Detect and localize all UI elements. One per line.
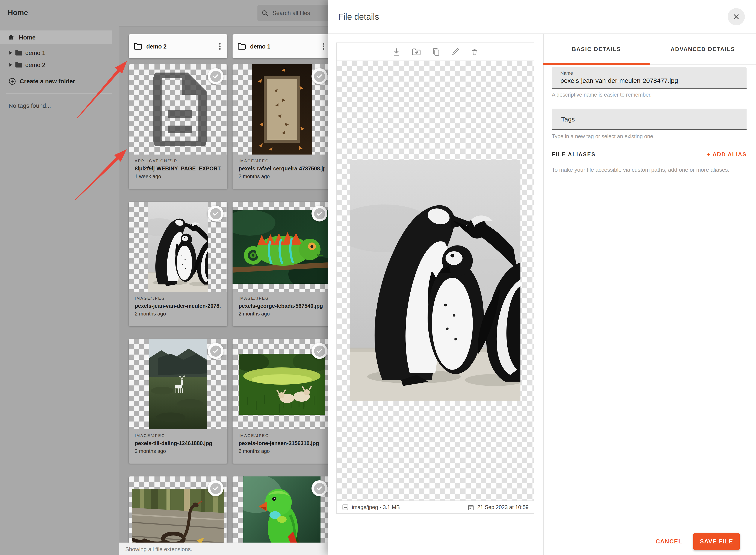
file-time: 2 months ago bbox=[238, 173, 325, 179]
tags-helper-text: Type in a new tag or select an existing … bbox=[552, 133, 655, 139]
drawer-title: File details bbox=[338, 0, 379, 34]
tags-field[interactable] bbox=[552, 109, 747, 130]
deer-photo bbox=[149, 339, 207, 429]
page-title: Home bbox=[8, 0, 28, 26]
name-field[interactable]: Name bbox=[552, 68, 747, 89]
file-details-drawer: File details bbox=[328, 0, 756, 555]
file-time: 2 months ago bbox=[238, 311, 325, 317]
moths-photo bbox=[252, 65, 312, 155]
close-icon bbox=[733, 13, 740, 20]
file-time: 1 week ago bbox=[135, 173, 221, 179]
select-check-badge[interactable] bbox=[208, 206, 224, 221]
sidebar-divider bbox=[6, 93, 112, 94]
file-card-deer[interactable]: IMAGE/JPEG pexels-till-daling-12461880.j… bbox=[129, 339, 227, 464]
check-icon bbox=[316, 485, 323, 492]
sidebar-item-demo1[interactable]: demo 1 bbox=[0, 47, 112, 58]
file-card-penguins[interactable]: IMAGE/JPEG pexels-jean-van-der-meulen-20… bbox=[129, 202, 227, 326]
file-name: pexels-till-daling-12461880.jpg bbox=[135, 440, 221, 446]
check-icon bbox=[316, 73, 323, 79]
check-icon bbox=[212, 485, 219, 492]
folder-menu-button[interactable] bbox=[321, 41, 326, 51]
add-alias-button[interactable]: + ADD ALIAS bbox=[707, 151, 747, 158]
no-tags-text: No tags found... bbox=[9, 102, 51, 109]
file-time: 2 months ago bbox=[238, 448, 325, 454]
edit-icon[interactable] bbox=[451, 48, 459, 56]
drawer-column-divider bbox=[543, 34, 544, 555]
file-name: pexels-lone-jensen-2156310.jpg bbox=[238, 440, 325, 446]
status-text: Showing all file extensions. bbox=[125, 546, 192, 552]
name-helper-text: A descriptive name is easier to remember… bbox=[552, 92, 652, 98]
cancel-button[interactable]: CANCEL bbox=[654, 535, 684, 548]
save-file-button[interactable]: SAVE FILE bbox=[693, 533, 740, 550]
image-icon bbox=[342, 504, 349, 511]
aliases-helper-text: To make your file accessible via custom … bbox=[552, 167, 729, 173]
drawer-actions: CANCEL SAVE FILE bbox=[654, 533, 740, 550]
close-button[interactable] bbox=[728, 8, 745, 25]
select-check-badge[interactable] bbox=[311, 68, 327, 84]
file-type: IMAGE/JPEG bbox=[238, 433, 325, 438]
check-icon bbox=[212, 348, 219, 354]
plus-circle-icon bbox=[9, 78, 16, 85]
tab-basic-details[interactable]: BASIC DETAILS bbox=[543, 34, 650, 65]
chevron-right-icon[interactable] bbox=[9, 63, 12, 67]
folder-card-demo1[interactable]: demo 1 bbox=[232, 34, 331, 58]
file-name: 8lpl2f9lj-WEBINY_PAGE_EXPORT.zip bbox=[135, 166, 221, 172]
search-icon bbox=[262, 10, 268, 16]
file-name: pexels-jean-van-der-meulen-2078... bbox=[135, 303, 221, 309]
file-type: IMAGE/JPEG bbox=[135, 296, 221, 300]
preview-meta-bar: image/jpeg - 3.1 MB 21 Sep 2023 at 10:59 bbox=[337, 501, 534, 513]
penguins-photo bbox=[148, 202, 208, 292]
folder-outline-icon bbox=[134, 43, 142, 50]
check-icon bbox=[212, 210, 219, 217]
select-check-badge[interactable] bbox=[208, 343, 224, 359]
name-field-label: Name bbox=[560, 68, 738, 76]
search-input[interactable] bbox=[272, 9, 325, 16]
create-folder-button[interactable]: Create a new folder bbox=[0, 76, 112, 87]
select-check-badge[interactable] bbox=[208, 68, 224, 84]
file-preview-box: image/jpeg - 3.1 MB 21 Sep 2023 at 10:59 bbox=[337, 42, 534, 514]
file-date-text: 21 Sep 2023 at 10:59 bbox=[477, 504, 529, 510]
home-icon bbox=[8, 34, 14, 40]
download-icon[interactable] bbox=[392, 47, 401, 56]
zip-file-icon bbox=[129, 65, 227, 155]
folder-outline-icon bbox=[238, 43, 246, 50]
folder-icon bbox=[15, 50, 22, 56]
folder-menu-button[interactable] bbox=[217, 41, 222, 51]
sidebar-item-demo2[interactable]: demo 2 bbox=[0, 59, 112, 71]
tab-advanced-details[interactable]: ADVANCED DETAILS bbox=[650, 34, 756, 65]
file-card-rafael[interactable]: IMAGE/JPEG pexels-rafael-cerqueira-47375… bbox=[232, 65, 331, 189]
file-card-chameleon[interactable]: IMAGE/JPEG pexels-george-lebada-567540.j… bbox=[232, 202, 331, 326]
delete-icon[interactable] bbox=[471, 47, 478, 56]
check-icon bbox=[316, 348, 323, 354]
file-card-zip[interactable]: APPLICATION/ZIP 8lpl2f9lj-WEBINY_PAGE_EX… bbox=[129, 65, 227, 189]
file-time: 2 months ago bbox=[135, 448, 221, 454]
copy-icon[interactable] bbox=[432, 47, 440, 56]
select-check-badge[interactable] bbox=[311, 343, 327, 359]
check-icon bbox=[212, 73, 219, 79]
file-type: IMAGE/JPEG bbox=[238, 159, 325, 163]
sidebar: Home demo 1 demo 2 Create a new folder N… bbox=[0, 26, 119, 555]
file-size-text: image/jpeg - 3.1 MB bbox=[352, 504, 400, 510]
name-input[interactable] bbox=[560, 76, 738, 84]
penguins-preview-image bbox=[350, 160, 521, 401]
chevron-right-icon[interactable] bbox=[9, 51, 12, 54]
calendar-icon bbox=[468, 504, 474, 511]
file-type: IMAGE/JPEG bbox=[135, 433, 221, 438]
sidebar-item-home[interactable]: Home bbox=[0, 31, 112, 44]
file-manager-app: Home Home demo 1 demo 2 Create a new fol… bbox=[0, 0, 756, 555]
search-box[interactable] bbox=[258, 5, 334, 21]
details-tabs: BASIC DETAILS ADVANCED DETAILS bbox=[543, 34, 756, 65]
check-icon bbox=[316, 210, 323, 217]
select-check-badge[interactable] bbox=[208, 480, 224, 496]
folder-icon bbox=[15, 62, 22, 68]
file-name: pexels-rafael-cerqueira-4737508.jpg bbox=[238, 166, 325, 172]
tags-input[interactable] bbox=[560, 115, 738, 123]
select-check-badge[interactable] bbox=[311, 206, 327, 221]
select-check-badge[interactable] bbox=[311, 480, 327, 496]
folder-card-demo2[interactable]: demo 2 bbox=[129, 34, 227, 58]
lambs-photo bbox=[239, 354, 325, 415]
move-to-folder-icon[interactable] bbox=[412, 48, 421, 55]
file-card-lambs[interactable]: IMAGE/JPEG pexels-lone-jensen-2156310.jp… bbox=[232, 339, 331, 464]
file-type: IMAGE/JPEG bbox=[238, 296, 325, 300]
file-time: 2 months ago bbox=[135, 311, 221, 317]
